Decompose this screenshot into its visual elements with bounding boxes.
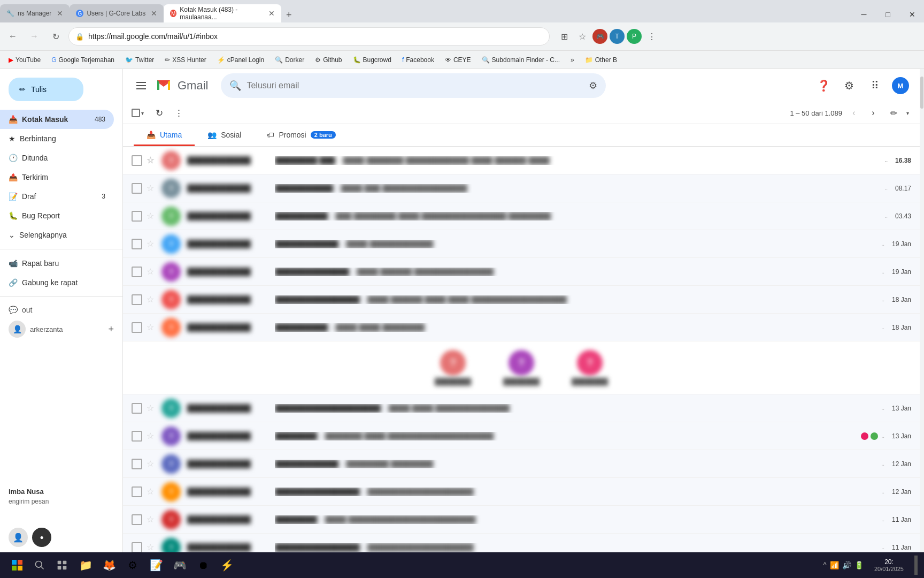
bookmark-twitter[interactable]: 🐦 Twitter — [121, 55, 158, 65]
select-all-checkbox[interactable] — [132, 109, 140, 117]
search-options-icon[interactable]: ⚙ — [589, 80, 597, 92]
sound-icon[interactable]: 🔊 — [842, 561, 851, 569]
bookmark-more-arrow[interactable]: » — [566, 55, 579, 65]
bookmark-ceye[interactable]: 👁 CEYE — [441, 55, 475, 65]
bookmark-icon[interactable]: ☆ — [574, 28, 590, 44]
tab-promosi[interactable]: 🏷 Promosi 2 baru — [254, 124, 348, 146]
taskbar-task-view[interactable] — [52, 556, 72, 575]
email-13-checkbox[interactable] — [132, 542, 142, 553]
email-4-star[interactable]: ☆ — [147, 239, 157, 249]
tab-2[interactable]: G Users | G-Core Labs ✕ — [70, 4, 164, 22]
taskbar-icon-6[interactable]: 📝 — [147, 556, 166, 575]
new-chat-button[interactable]: + — [108, 324, 114, 335]
email-5-star[interactable]: ☆ — [147, 267, 157, 277]
minimize-button[interactable]: ─ — [852, 6, 876, 22]
prev-page-button[interactable]: ‹ — [846, 105, 861, 120]
bookmark-other[interactable]: 📁 Other B — [581, 55, 621, 65]
battery-icon[interactable]: 🔋 — [854, 561, 864, 569]
email-4-checkbox[interactable] — [132, 239, 142, 249]
bookmark-github[interactable]: ⚙ Github — [311, 55, 346, 65]
email-row-2[interactable]: ☆ ? ████████████ ███████████ ████ ███ ██… — [123, 174, 920, 202]
taskbar-icon-9[interactable]: ⚡ — [217, 556, 236, 575]
email-13-star[interactable]: ☆ — [147, 542, 157, 552]
email-12-star[interactable]: ☆ — [147, 514, 157, 524]
forward-button[interactable]: → — [26, 28, 43, 45]
extension-3-icon[interactable]: P — [627, 29, 642, 44]
scrollbar-thumb[interactable] — [920, 77, 923, 109]
search-input[interactable] — [247, 81, 583, 90]
sidebar-item-draft[interactable]: 📝 Draf 3 — [0, 187, 114, 206]
chevron-up-icon[interactable]: ^ — [823, 561, 827, 569]
apps-button[interactable]: ⠿ — [864, 75, 886, 96]
avatar-suggestion-2[interactable]: ? ████████ — [503, 350, 540, 385]
email-7-checkbox[interactable] — [132, 322, 142, 333]
search-icon[interactable]: 🔍 — [229, 80, 241, 92]
sidebar-meet-join[interactable]: 🔗 Gabung ke rapat — [0, 273, 114, 292]
email-9-star[interactable]: ☆ — [147, 431, 157, 441]
email-12-checkbox[interactable] — [132, 514, 142, 525]
email-3-checkbox[interactable] — [132, 211, 142, 222]
account-avatar[interactable]: M — [892, 77, 909, 94]
account-button[interactable]: 👤 — [9, 528, 28, 547]
taskbar-file-explorer[interactable]: 📁 — [76, 556, 95, 575]
email-row-13[interactable]: ☆ ? ████████████ ████████████████ ██████… — [123, 534, 920, 552]
email-2-star[interactable]: ☆ — [147, 183, 157, 193]
refresh-emails-button[interactable]: ↻ — [151, 104, 168, 121]
tab-1-close[interactable]: ✕ — [57, 9, 63, 18]
sidebar-item-bug-report[interactable]: 🐛 Bug Report — [0, 206, 114, 225]
taskbar-search-button[interactable] — [30, 556, 49, 575]
email-row-11[interactable]: ☆ ? ████████████ ████████████████ ██████… — [123, 478, 920, 506]
chat-item[interactable]: 👤 arkerzanta + — [0, 318, 122, 340]
next-page-button[interactable]: › — [866, 105, 881, 120]
network-icon[interactable]: 📶 — [830, 561, 839, 569]
bookmark-dorker[interactable]: 🔍 Dorker — [271, 55, 309, 65]
email-2-checkbox[interactable] — [132, 183, 142, 194]
email-6-star[interactable]: ☆ — [147, 294, 157, 305]
bookmark-subdomain[interactable]: 🔍 Subdomain Finder - C... — [478, 55, 564, 65]
email-row-3[interactable]: ☆ ? ████████████ ██████████ ███ ████████… — [123, 202, 920, 230]
email-row-1[interactable]: ☆ ? ████████████ ████████ ███ ████ █████… — [123, 147, 920, 174]
email-row-4[interactable]: ☆ ? ████████████ ████████████ ████ █████… — [123, 230, 920, 258]
email-row-10[interactable]: ☆ ? ████████████ ████████████ ████████ █… — [123, 450, 920, 478]
email-1-checkbox[interactable] — [132, 155, 142, 166]
maximize-button[interactable]: □ — [876, 6, 900, 22]
email-row-6[interactable]: ☆ ? ████████████ ████████████████ ████ █… — [123, 286, 920, 314]
email-row-9[interactable]: ☆ ? ████████████ ████████ ███████ ████ █… — [123, 422, 920, 450]
view-options-button[interactable]: ✏ — [885, 104, 902, 121]
hamburger-button[interactable] — [132, 76, 151, 95]
status-button[interactable]: ● — [32, 528, 51, 547]
tab-utama[interactable]: 📥 Utama — [134, 124, 195, 146]
avatar-suggestion-3[interactable]: ? ████████ — [572, 350, 608, 385]
email-8-checkbox[interactable] — [132, 403, 142, 414]
email-row-5[interactable]: ☆ ? ████████████ ██████████████ ████ ███… — [123, 258, 920, 286]
address-bar[interactable]: 🔒 https://mail.google.com/mail/u/1/#inbo… — [68, 27, 550, 45]
email-1-star[interactable]: ☆ — [147, 155, 157, 165]
compose-button[interactable]: ✏ Tulis — [9, 78, 83, 101]
tab-sosial[interactable]: 👥 Sosial — [195, 124, 254, 146]
view-dropdown[interactable]: ▾ — [906, 110, 909, 116]
email-10-star[interactable]: ☆ — [147, 459, 157, 469]
clock[interactable]: 20: 20/01/2025 — [868, 558, 910, 572]
email-11-star[interactable]: ☆ — [147, 486, 157, 497]
sidebar-item-sent[interactable]: 📤 Terkirim — [0, 168, 114, 187]
close-button[interactable]: ✕ — [900, 6, 924, 22]
sidebar-item-snoozed[interactable]: 🕐 Ditunda — [0, 148, 114, 168]
email-10-checkbox[interactable] — [132, 459, 142, 469]
bookmark-bugcrowd[interactable]: 🐛 Bugcrowd — [349, 55, 396, 65]
menu-button[interactable]: ⋮ — [644, 28, 660, 44]
email-8-star[interactable]: ☆ — [147, 403, 157, 413]
more-actions-button[interactable]: ⋮ — [170, 104, 187, 121]
bookmark-cpanel[interactable]: ⚡ cPanel Login — [213, 55, 268, 65]
select-dropdown-arrow[interactable]: ▾ — [141, 110, 144, 116]
extension-2-icon[interactable]: T — [610, 29, 625, 44]
new-tab-button[interactable]: + — [281, 7, 296, 22]
email-9-checkbox[interactable] — [132, 431, 142, 442]
tab-2-close[interactable]: ✕ — [151, 9, 157, 18]
email-row-7[interactable]: ☆ ? ████████████ ██████████ ████ ████ ██… — [123, 314, 920, 341]
bookmark-youtube[interactable]: ▶ YouTube — [4, 55, 45, 65]
tab-3[interactable]: M Kotak Masuk (483) - maulaanaa... ✕ — [164, 4, 281, 22]
bookmark-xss[interactable]: ✏ XSS Hunter — [160, 55, 210, 65]
email-11-checkbox[interactable] — [132, 486, 142, 497]
email-3-star[interactable]: ☆ — [147, 211, 157, 221]
email-row-8[interactable]: ☆ ? ████████████ ████████████████████ ██… — [123, 394, 920, 422]
